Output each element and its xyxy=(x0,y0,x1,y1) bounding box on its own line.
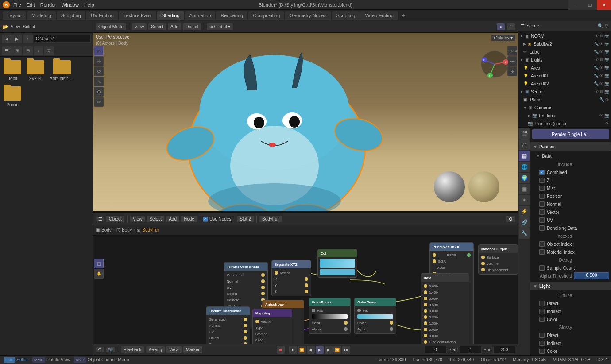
ne-material-button[interactable]: BodyFur xyxy=(259,216,282,222)
ne-view-button[interactable]: View xyxy=(130,216,145,222)
use-nodes-checkbox[interactable]: ✓ xyxy=(203,217,208,222)
outliner-item-area[interactable]: 💡 Area 🔧 👁 📷 xyxy=(518,64,611,72)
tl-keying-button[interactable]: Keying xyxy=(146,346,165,353)
prop-tab-modifier[interactable]: 🔧 xyxy=(519,228,530,239)
file-item-public[interactable]: Public xyxy=(4,86,21,107)
glossy-direct-checkbox[interactable] xyxy=(539,333,545,338)
view-list-button[interactable]: ☰ xyxy=(2,46,12,55)
tab-rendering[interactable]: Rendering xyxy=(216,11,247,20)
tl-record-button[interactable]: ⏺ xyxy=(277,346,285,354)
sort-button[interactable]: ↕ xyxy=(34,46,43,55)
node-material-output[interactable]: Material Output Surface Volume Displacem… xyxy=(478,244,518,275)
outliner-item-cameras[interactable]: ▼ ▣ Cameras xyxy=(518,104,611,112)
tl-marker-button[interactable]: Marker xyxy=(183,346,202,353)
node-editor[interactable]: ☰ Object View Select Add Node ✓ Use Node… xyxy=(93,213,518,344)
node-color-val[interactable]: Col xyxy=(317,249,357,278)
nav-back-button[interactable]: ◀ xyxy=(2,35,12,43)
axis-gizmo[interactable]: X Y Z xyxy=(479,49,510,80)
nav-forward-button[interactable]: ▶ xyxy=(12,35,22,43)
tab-texture-paint[interactable]: Texture Paint xyxy=(119,11,156,20)
tl-camera-button[interactable]: 📷 xyxy=(106,347,115,352)
outliner-item-lights[interactable]: ▼ ▣ Lights 👁 🖥 📷 xyxy=(518,56,611,64)
glossy-color-checkbox[interactable] xyxy=(539,349,545,354)
tool-transform[interactable]: ⊕ xyxy=(94,87,104,97)
outliner-item-subdiv[interactable]: ▶ ▣ Subdiv#2 🔧 👁 📷 xyxy=(518,40,611,48)
outliner-item-label[interactable]: ✏ Label 🔧 👁 📷 xyxy=(518,48,611,56)
tab-uv-editing[interactable]: UV Editing xyxy=(86,11,118,20)
tab-shading[interactable]: Shading xyxy=(157,11,184,20)
menu-edit[interactable]: Edit xyxy=(27,2,35,8)
tool-move[interactable]: ✛ xyxy=(94,56,104,66)
node-mapping[interactable]: Mapping Vector Type Location 0.000 Rotat… xyxy=(252,309,292,344)
ne-slot-button[interactable]: Slot 2 xyxy=(237,216,254,222)
tool-scale[interactable]: ⤡ xyxy=(94,77,104,86)
menu-file[interactable]: File xyxy=(13,2,21,8)
normal-checkbox[interactable] xyxy=(539,201,545,207)
prop-tab-world[interactable]: 🌍 xyxy=(519,173,530,183)
tl-prev-frame-button[interactable]: ◀ xyxy=(307,346,315,354)
ne-tool-pan[interactable]: ✋ xyxy=(94,269,104,279)
prop-tab-render[interactable]: 🎬 xyxy=(519,128,530,139)
tab-scripting[interactable]: Scripting xyxy=(332,11,360,20)
outliner-item-pro-lens[interactable]: ▶ 📷 Pro lens 👁 📷 xyxy=(518,112,611,120)
data-subsection-header[interactable]: ▼ Data xyxy=(530,152,611,160)
node-tex-coord-2[interactable]: Texture Coordinate Generated Normal UV O… xyxy=(206,306,250,344)
tool-annotate[interactable]: ✏ xyxy=(94,97,104,107)
node-color-ramp-2[interactable]: ColorRamp Fac Color Alpha xyxy=(354,298,396,334)
outliner-item-pro-lens-cam[interactable]: 📷 Pro lens (camer 👁 xyxy=(518,120,611,128)
tab-add-button[interactable]: + xyxy=(399,11,408,20)
tab-video-editing[interactable]: Video Editing xyxy=(360,11,398,20)
node-separate-xyz[interactable]: Separate XYZ Vector X Y Z xyxy=(271,260,311,296)
vp-overlay-button[interactable]: ⊙ xyxy=(507,23,515,30)
file-item-tobii[interactable]: .tobii xyxy=(4,60,21,81)
diffuse-color-checkbox[interactable] xyxy=(539,317,545,322)
combined-checkbox[interactable]: ✓ xyxy=(539,170,545,175)
prop-tab-output[interactable]: 🖨 xyxy=(519,139,530,150)
menu-window[interactable]: Window xyxy=(62,2,79,8)
tl-play-button[interactable]: ▶ xyxy=(316,346,324,354)
view-grid-button[interactable]: ⊞ xyxy=(12,46,22,55)
position-checkbox[interactable] xyxy=(539,194,545,199)
nav-up-button[interactable]: ↑ xyxy=(23,35,33,43)
tl-view-button[interactable]: View xyxy=(166,346,182,353)
tl-next-frame-button[interactable]: ▶ xyxy=(325,346,333,354)
tl-end-value[interactable]: 250 xyxy=(493,346,515,354)
ne-mode-button[interactable]: Object xyxy=(106,216,124,222)
tab-sculpting[interactable]: Sculpting xyxy=(57,11,85,20)
path-bar[interactable]: C:\Users\ xyxy=(34,35,91,43)
vp-shading-rendered[interactable]: ● xyxy=(497,23,505,30)
material-index-checkbox[interactable] xyxy=(539,249,545,255)
sample-count-checkbox[interactable] xyxy=(539,265,545,271)
tool-rotate[interactable]: ↺ xyxy=(94,66,104,76)
object-index-checkbox[interactable] xyxy=(539,241,545,247)
outliner-item-scene[interactable]: ▼ ▣ Scene 👁 🖥 📷 xyxy=(518,88,611,96)
panel-select[interactable]: Select xyxy=(23,24,35,29)
tab-layout[interactable]: Layout xyxy=(3,11,26,20)
prop-tab-view-layer[interactable]: ▤ xyxy=(519,151,530,161)
z-checkbox[interactable] xyxy=(539,178,545,183)
alpha-threshold-value[interactable]: 0.500 xyxy=(574,272,609,279)
ne-node-button[interactable]: Node xyxy=(181,216,197,222)
tab-geometry-nodes[interactable]: Geometry Nodes xyxy=(285,11,331,20)
tl-current-frame[interactable]: 0 xyxy=(425,346,447,354)
filter-button[interactable]: ▽ xyxy=(44,46,54,55)
viewport-options-button[interactable]: Options ▾ xyxy=(491,35,515,41)
tool-cursor[interactable]: ⊹ xyxy=(94,46,104,56)
vp-object-button[interactable]: Object xyxy=(183,23,201,30)
outliner-filter-icon[interactable]: ▽ xyxy=(605,23,608,28)
ne-options-button[interactable]: ⚙ xyxy=(506,216,515,222)
mist-checkbox[interactable] xyxy=(539,186,545,191)
tl-prev-keyframe-button[interactable]: ⏪ xyxy=(298,346,306,354)
bc-body-1[interactable]: Body xyxy=(101,228,112,232)
minimize-button[interactable]: ─ xyxy=(568,0,583,10)
diffuse-indirect-checkbox[interactable] xyxy=(539,309,545,314)
node-canvas[interactable]: ◻ ✋ xyxy=(93,236,518,344)
ne-add-button[interactable]: Add xyxy=(166,216,179,222)
glossy-indirect-checkbox[interactable] xyxy=(539,341,545,346)
tl-jump-start-button[interactable]: ⏮ xyxy=(289,346,297,354)
bc-body-2[interactable]: Body xyxy=(122,228,132,232)
prop-tab-scene[interactable]: 🌐 xyxy=(519,162,530,172)
outliner-item-plane[interactable]: ▣ Plane 🔧 👁 xyxy=(518,96,611,104)
vp-global-button[interactable]: ⊕ Global ▾ xyxy=(207,23,233,30)
ne-view-icon[interactable]: ☰ xyxy=(96,217,104,221)
